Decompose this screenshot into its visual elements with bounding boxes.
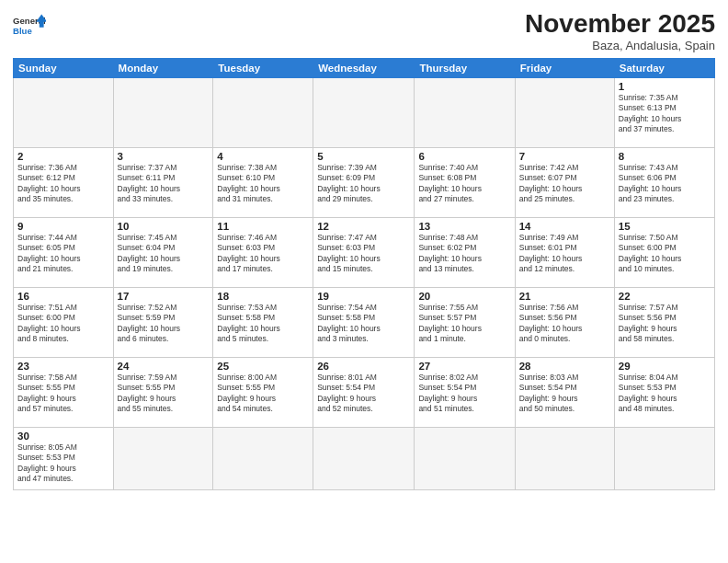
day-number: 1 <box>619 81 711 92</box>
day-cell: 19Sunrise: 7:54 AMSunset: 5:58 PMDayligh… <box>313 288 415 358</box>
weekday-header-friday: Friday <box>515 59 614 78</box>
day-cell: 16Sunrise: 7:51 AMSunset: 6:00 PMDayligh… <box>14 288 114 358</box>
day-cell: 4Sunrise: 7:38 AMSunset: 6:10 PMDaylight… <box>213 148 313 218</box>
day-info: Sunrise: 7:55 AMSunset: 5:57 PMDaylight:… <box>418 303 510 345</box>
day-number: 27 <box>418 361 510 372</box>
day-info: Sunrise: 7:42 AMSunset: 6:07 PMDaylight:… <box>519 163 610 205</box>
day-number: 7 <box>519 151 610 162</box>
day-info: Sunrise: 7:59 AMSunset: 5:55 PMDaylight:… <box>118 373 210 415</box>
day-cell: 28Sunrise: 8:03 AMSunset: 5:54 PMDayligh… <box>515 358 614 428</box>
day-info: Sunrise: 8:05 AMSunset: 5:53 PMDaylight:… <box>17 442 109 485</box>
day-number: 13 <box>418 221 510 232</box>
day-info: Sunrise: 7:45 AMSunset: 6:04 PMDaylight:… <box>118 233 210 275</box>
day-cell <box>415 78 515 148</box>
day-number: 19 <box>317 291 410 302</box>
day-cell: 12Sunrise: 7:47 AMSunset: 6:03 PMDayligh… <box>313 218 415 288</box>
day-number: 25 <box>217 361 309 372</box>
day-cell: 9Sunrise: 7:44 AMSunset: 6:05 PMDaylight… <box>14 218 114 288</box>
day-info: Sunrise: 7:39 AMSunset: 6:09 PMDaylight:… <box>317 163 410 205</box>
day-number: 18 <box>217 291 309 302</box>
day-cell: 6Sunrise: 7:40 AMSunset: 6:08 PMDaylight… <box>415 148 515 218</box>
day-cell: 22Sunrise: 7:57 AMSunset: 5:56 PMDayligh… <box>614 288 714 358</box>
day-info: Sunrise: 8:02 AMSunset: 5:54 PMDaylight:… <box>418 373 510 415</box>
day-info: Sunrise: 7:37 AMSunset: 6:11 PMDaylight:… <box>118 163 210 205</box>
day-info: Sunrise: 7:36 AMSunset: 6:12 PMDaylight:… <box>17 163 109 205</box>
day-cell <box>14 78 114 148</box>
day-cell <box>313 78 415 148</box>
day-info: Sunrise: 7:35 AMSunset: 6:13 PMDaylight:… <box>619 93 711 135</box>
day-info: Sunrise: 7:48 AMSunset: 6:02 PMDaylight:… <box>418 233 510 275</box>
day-info: Sunrise: 7:51 AMSunset: 6:00 PMDaylight:… <box>17 303 109 345</box>
header: General Blue November 2025 Baza, Andalus… <box>13 9 715 52</box>
day-info: Sunrise: 7:47 AMSunset: 6:03 PMDaylight:… <box>317 233 410 275</box>
day-cell: 29Sunrise: 8:04 AMSunset: 5:53 PMDayligh… <box>614 358 714 428</box>
day-number: 6 <box>418 151 510 162</box>
day-info: Sunrise: 7:49 AMSunset: 6:01 PMDaylight:… <box>519 233 610 275</box>
weekday-header-saturday: Saturday <box>614 59 714 78</box>
day-cell: 15Sunrise: 7:50 AMSunset: 6:00 PMDayligh… <box>614 218 714 288</box>
day-cell <box>213 78 313 148</box>
day-number: 3 <box>118 151 210 162</box>
day-cell: 25Sunrise: 8:00 AMSunset: 5:55 PMDayligh… <box>213 358 313 428</box>
title-block: November 2025 Baza, Andalusia, Spain <box>525 9 715 52</box>
weekday-header-row: SundayMondayTuesdayWednesdayThursdayFrid… <box>14 59 715 78</box>
day-info: Sunrise: 7:44 AMSunset: 6:05 PMDaylight:… <box>17 233 109 275</box>
day-number: 16 <box>17 291 109 302</box>
day-info: Sunrise: 8:00 AMSunset: 5:55 PMDaylight:… <box>217 373 309 415</box>
day-info: Sunrise: 7:46 AMSunset: 6:03 PMDaylight:… <box>217 233 309 275</box>
day-info: Sunrise: 7:57 AMSunset: 5:56 PMDaylight:… <box>619 303 711 345</box>
weekday-header-sunday: Sunday <box>14 59 114 78</box>
day-number: 22 <box>619 291 711 302</box>
day-number: 10 <box>118 221 210 232</box>
day-number: 29 <box>619 361 711 372</box>
day-number: 8 <box>619 151 711 162</box>
day-cell: 14Sunrise: 7:49 AMSunset: 6:01 PMDayligh… <box>515 218 614 288</box>
day-cell: 27Sunrise: 8:02 AMSunset: 5:54 PMDayligh… <box>415 358 515 428</box>
day-cell: 2Sunrise: 7:36 AMSunset: 6:12 PMDaylight… <box>14 148 114 218</box>
weekday-header-thursday: Thursday <box>415 59 515 78</box>
logo-svg: General Blue <box>13 9 46 42</box>
day-info: Sunrise: 7:52 AMSunset: 5:59 PMDaylight:… <box>118 303 210 345</box>
week-row-3: 9Sunrise: 7:44 AMSunset: 6:05 PMDaylight… <box>14 218 715 288</box>
day-info: Sunrise: 7:54 AMSunset: 5:58 PMDaylight:… <box>317 303 410 345</box>
weekday-header-monday: Monday <box>113 59 213 78</box>
day-cell: 8Sunrise: 7:43 AMSunset: 6:06 PMDaylight… <box>614 148 714 218</box>
day-number: 23 <box>17 361 109 372</box>
week-row-2: 2Sunrise: 7:36 AMSunset: 6:12 PMDaylight… <box>14 148 715 218</box>
day-cell: 23Sunrise: 7:58 AMSunset: 5:55 PMDayligh… <box>14 358 114 428</box>
day-cell: 24Sunrise: 7:59 AMSunset: 5:55 PMDayligh… <box>113 358 213 428</box>
day-cell <box>515 428 614 490</box>
week-row-6: 30Sunrise: 8:05 AMSunset: 5:53 PMDayligh… <box>14 428 715 490</box>
day-info: Sunrise: 7:50 AMSunset: 6:00 PMDaylight:… <box>619 233 711 275</box>
day-cell <box>515 78 614 148</box>
day-number: 26 <box>317 361 410 372</box>
day-number: 14 <box>519 221 610 232</box>
day-number: 15 <box>619 221 711 232</box>
subtitle: Baza, Andalusia, Spain <box>525 39 715 52</box>
day-number: 11 <box>217 221 309 232</box>
day-number: 2 <box>17 151 109 162</box>
day-cell: 3Sunrise: 7:37 AMSunset: 6:11 PMDaylight… <box>113 148 213 218</box>
day-cell <box>113 78 213 148</box>
month-title: November 2025 <box>525 9 715 39</box>
day-cell: 18Sunrise: 7:53 AMSunset: 5:58 PMDayligh… <box>213 288 313 358</box>
day-number: 4 <box>217 151 309 162</box>
day-cell: 11Sunrise: 7:46 AMSunset: 6:03 PMDayligh… <box>213 218 313 288</box>
week-row-4: 16Sunrise: 7:51 AMSunset: 6:00 PMDayligh… <box>14 288 715 358</box>
day-info: Sunrise: 7:43 AMSunset: 6:06 PMDaylight:… <box>619 163 711 205</box>
day-cell: 1Sunrise: 7:35 AMSunset: 6:13 PMDaylight… <box>614 78 714 148</box>
day-cell: 30Sunrise: 8:05 AMSunset: 5:53 PMDayligh… <box>14 428 114 490</box>
weekday-header-tuesday: Tuesday <box>213 59 313 78</box>
day-cell: 26Sunrise: 8:01 AMSunset: 5:54 PMDayligh… <box>313 358 415 428</box>
day-cell: 13Sunrise: 7:48 AMSunset: 6:02 PMDayligh… <box>415 218 515 288</box>
day-number: 21 <box>519 291 610 302</box>
day-number: 20 <box>418 291 510 302</box>
day-number: 30 <box>17 431 109 442</box>
day-cell: 20Sunrise: 7:55 AMSunset: 5:57 PMDayligh… <box>415 288 515 358</box>
svg-text:Blue: Blue <box>13 26 32 36</box>
day-number: 17 <box>118 291 210 302</box>
day-info: Sunrise: 7:38 AMSunset: 6:10 PMDaylight:… <box>217 163 309 205</box>
day-number: 12 <box>317 221 410 232</box>
day-number: 9 <box>17 221 109 232</box>
day-info: Sunrise: 7:40 AMSunset: 6:08 PMDaylight:… <box>418 163 510 205</box>
